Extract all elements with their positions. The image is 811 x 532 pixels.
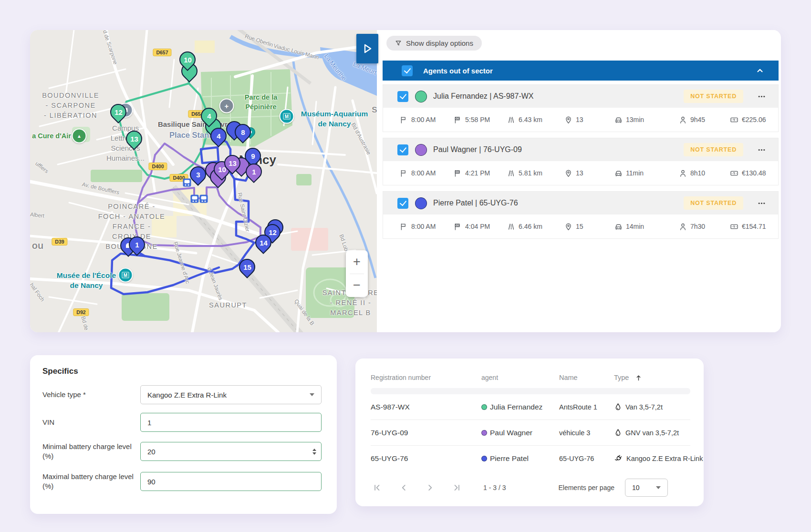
car-icon [614,169,623,177]
cell-registration: 76-UYG-09 [371,429,481,437]
stat-cost-value: €225.06 [742,116,766,123]
caret-down-icon [656,486,661,489]
cell-type: Van 3,5-7,2t [614,403,690,411]
agent-checkbox[interactable] [397,198,408,209]
start-flag-icon [400,223,408,231]
stat-duration-value: 9h45 [690,116,705,123]
table-row[interactable]: 65-UYG-76Pierre Patel65-UYG-76Kangoo Z.E… [371,446,690,471]
cell-type: GNV van 3,5-7,2t [614,429,690,437]
table-header-row: Registration numberagentNameType [371,368,690,387]
agent-menu-button[interactable] [756,144,768,156]
chevron-up-icon[interactable] [756,66,764,75]
stat-cost-value: €154.71 [742,223,766,230]
agent-stats-row: 8:00 AM4:04 PM6.46 km1514min7h30€154.71 [383,215,778,238]
arrow-right-icon [361,42,374,55]
table-row[interactable]: AS-987-WXJulia FernandezAntsRoute 1Van 3… [371,394,690,420]
cell-agent-name: Julia Fernandez [490,403,542,411]
agents-out-of-sector-header[interactable]: Agents out of sector [383,61,779,81]
previous-page-button[interactable] [397,481,410,494]
agent-menu-button[interactable] [756,197,768,209]
agent-menu-button[interactable] [756,91,768,102]
cell-agent: Julia Fernandez [481,403,559,411]
transit-station-icon [191,195,199,203]
person-icon [679,116,687,124]
column-header-label: agent [481,374,498,381]
finish-flag-icon [454,116,462,124]
zoom-out-button[interactable]: − [346,274,368,297]
agent-name: Pierre Patel | 65-UYG-76 [433,199,518,207]
cell-type-value: GNV van 3,5-7,2t [625,429,679,437]
banknote-icon [730,169,738,177]
min-battery-input[interactable]: 20 [140,442,322,461]
pin-icon [564,116,572,124]
status-badge: NOT STARTED [684,143,743,156]
table-scrollbar[interactable] [371,388,690,394]
column-header-name[interactable]: Name [559,374,614,381]
vehicle-type-label: Vehicle type * [42,390,140,399]
stat-duration-value: 8h10 [690,169,705,177]
agent-block: Pierre Patel | 65-UYG-76NOT STARTED8:00 … [383,191,779,239]
vehicle-type-select[interactable]: Kangoo Z.E Extra R-Link [140,385,322,404]
finish-flag-icon [454,223,462,231]
stat-end: 4:04 PM [454,223,507,231]
agent-checkbox[interactable] [397,91,408,102]
road-shield-badge: D92 [73,308,89,316]
vin-value: 1 [147,419,151,427]
cell-registration: AS-987-WX [371,403,481,411]
next-page-button[interactable] [424,481,437,494]
start-flag-icon [400,116,408,124]
stat-distance: 5.81 km [507,169,564,177]
agent-checkbox[interactable] [397,144,408,155]
collapse-panel-button[interactable] [356,34,378,63]
stat-start: 8:00 AM [400,169,454,177]
per-page-select[interactable]: 10 [625,479,668,497]
column-header-registration-number[interactable]: Registration number [371,374,481,381]
museum-icon: M [280,109,294,124]
number-stepper[interactable] [312,449,316,455]
vin-row: VIN 1 [42,413,322,432]
vehicles-table: Registration numberagentNameTypeAS-987-W… [371,368,690,471]
droplet-icon [614,429,622,437]
agent-row-header[interactable]: Julia Fernandez | AS-987-WXNOT STARTED [383,85,778,108]
car-icon [614,116,623,124]
stat-stops-value: 13 [576,116,583,123]
stat-duration: 8h10 [679,169,730,177]
stat-start: 8:00 AM [400,116,454,124]
select-all-agents-checkbox[interactable] [402,65,413,76]
agent-block: Paul Wagner | 76-UYG-09NOT STARTED8:00 A… [383,138,779,185]
map[interactable]: D657D65D400D400D39D92BOUDONVILLE- SCARPO… [30,30,377,332]
tree-icon: ▲ [72,129,87,143]
status-badge: NOT STARTED [684,196,743,210]
stat-end: 5:58 PM [454,116,507,124]
column-header-agent[interactable]: agent [481,374,559,381]
church-icon: + [219,99,234,113]
agent-row-header[interactable]: Paul Wagner | 76-UYG-09NOT STARTED [383,138,778,161]
column-header-type[interactable]: Type [614,374,690,381]
max-battery-row: Maximal battery charge level (%) 90 [42,472,322,491]
vehicle-type-row: Vehicle type * Kangoo Z.E Extra R-Link [42,385,322,404]
stat-driving-value: 13min [626,116,644,123]
stat-stops: 13 [564,116,614,124]
agents-panel: Show display options Agents out of secto… [383,30,779,332]
vin-input[interactable]: 1 [140,413,322,432]
droplet-icon [614,403,622,411]
stat-distance: 6.46 km [507,223,564,231]
filter-icon [395,40,402,47]
stat-distance: 6.43 km [507,116,564,124]
table-row[interactable]: 76-UYG-09Paul Wagnervéhicule 3GNV van 3,… [371,420,690,446]
cell-name: 65-UYG-76 [559,455,614,462]
map-base-art [30,30,377,332]
road-icon [507,116,515,124]
last-page-button[interactable] [451,481,463,494]
stat-distance-value: 6.43 km [519,116,542,123]
agent-row-header[interactable]: Pierre Patel | 65-UYG-76NOT STARTED [383,192,778,215]
stat-driving-value: 11min [626,169,644,177]
max-battery-input[interactable]: 90 [140,472,322,491]
stat-end-value: 5:58 PM [465,116,490,123]
first-page-button[interactable] [371,481,383,494]
stat-cost: €225.06 [730,116,766,124]
zoom-in-button[interactable]: + [346,250,368,274]
max-battery-label: Maximal battery charge level (%) [42,472,140,491]
transit-station-icon [183,179,191,187]
show-display-options-button[interactable]: Show display options [386,36,482,51]
